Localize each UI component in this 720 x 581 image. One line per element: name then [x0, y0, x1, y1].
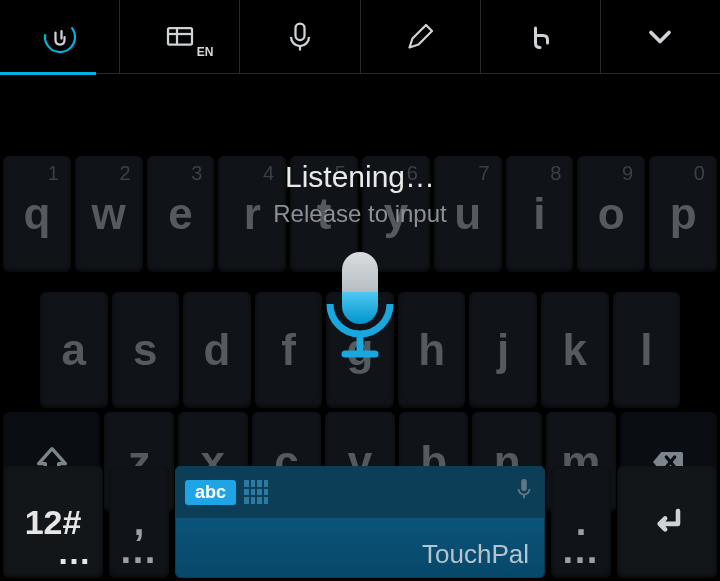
svg-point-0 — [42, 19, 78, 55]
toolbar-mic-button[interactable] — [239, 0, 359, 73]
key-o[interactable]: o9 — [577, 156, 645, 272]
mic-icon — [513, 476, 535, 508]
toolbar-collapse-button[interactable] — [600, 0, 720, 73]
abc-chip: abc — [185, 480, 236, 505]
key-main-label: g — [347, 325, 374, 375]
key-q[interactable]: q1 — [3, 156, 71, 272]
key-hint-label: 6 — [407, 162, 418, 185]
key-s[interactable]: s — [112, 292, 180, 408]
symbols-key[interactable]: 12# … — [3, 466, 103, 578]
key-hint-label: 2 — [119, 162, 130, 185]
key-hint-label: 4 — [263, 162, 274, 185]
toolbar-twitter-button[interactable] — [480, 0, 600, 73]
key-row-1: q1w2e3r4t5y6u7i8o9p0 — [0, 156, 720, 272]
key-l[interactable]: l — [613, 292, 681, 408]
key-main-label: y — [384, 189, 408, 239]
key-e[interactable]: e3 — [147, 156, 215, 272]
toolbar: EN — [0, 0, 720, 74]
key-i[interactable]: i8 — [506, 156, 574, 272]
key-j[interactable]: j — [469, 292, 537, 408]
key-hint-label: 7 — [478, 162, 489, 185]
key-main-label: s — [133, 325, 157, 375]
svg-rect-1 — [168, 28, 192, 45]
toolbar-active-indicator — [0, 72, 96, 75]
hand-icon — [42, 19, 78, 55]
key-h[interactable]: h — [398, 292, 466, 408]
toolbar-layout-button[interactable]: EN — [119, 0, 239, 73]
key-hint-label: 0 — [694, 162, 705, 185]
key-main-label: k — [562, 325, 586, 375]
more-dots-icon: … — [561, 529, 601, 572]
enter-icon — [645, 500, 689, 544]
period-key[interactable]: . … — [551, 466, 611, 578]
space-top: abc — [175, 466, 545, 518]
bottom-row: 12# … , … abc TouchPal . … — [0, 463, 720, 581]
key-main-label: p — [670, 189, 697, 239]
toolbar-edit-button[interactable] — [360, 0, 480, 73]
key-hint-label: 8 — [550, 162, 561, 185]
twitter-icon — [522, 19, 558, 55]
key-main-label: l — [640, 325, 652, 375]
lang-badge: EN — [197, 45, 214, 59]
key-u[interactable]: u7 — [434, 156, 502, 272]
layout-icon — [162, 19, 198, 55]
pencil-icon — [402, 19, 438, 55]
mic-icon — [282, 19, 318, 55]
comma-key[interactable]: , … — [109, 466, 169, 578]
svg-rect-4 — [295, 23, 304, 40]
key-main-label: t — [317, 189, 332, 239]
key-main-label: a — [62, 325, 86, 375]
svg-rect-6 — [521, 479, 527, 491]
key-hint-label: 1 — [48, 162, 59, 185]
key-hint-label: 9 — [622, 162, 633, 185]
chevron-down-icon — [642, 19, 678, 55]
key-main-label: d — [203, 325, 230, 375]
key-k[interactable]: k — [541, 292, 609, 408]
space-brand-label: TouchPal — [422, 539, 529, 570]
grid-icon — [244, 480, 268, 504]
key-hint-label: 5 — [335, 162, 346, 185]
key-d[interactable]: d — [183, 292, 251, 408]
key-f[interactable]: f — [255, 292, 323, 408]
key-w[interactable]: w2 — [75, 156, 143, 272]
key-main-label: q — [23, 189, 50, 239]
key-r[interactable]: r4 — [218, 156, 286, 272]
key-main-label: u — [454, 189, 481, 239]
key-main-label: f — [281, 325, 296, 375]
space-key[interactable]: abc TouchPal — [175, 466, 545, 578]
key-a[interactable]: a — [40, 292, 108, 408]
key-y[interactable]: y6 — [362, 156, 430, 272]
key-main-label: h — [418, 325, 445, 375]
more-dots-icon: … — [119, 529, 159, 572]
key-p[interactable]: p0 — [649, 156, 717, 272]
key-main-label: i — [533, 189, 545, 239]
key-row-2: asdfghjkl — [0, 292, 720, 408]
key-main-label: o — [598, 189, 625, 239]
key-t[interactable]: t5 — [290, 156, 358, 272]
key-main-label: e — [168, 189, 192, 239]
enter-key[interactable] — [617, 466, 717, 578]
toolbar-hand-button[interactable] — [0, 0, 119, 73]
key-g[interactable]: g — [326, 292, 394, 408]
key-main-label: r — [244, 189, 261, 239]
key-main-label: w — [92, 189, 126, 239]
key-main-label: j — [497, 325, 509, 375]
more-dots-icon: … — [57, 533, 93, 572]
key-hint-label: 3 — [191, 162, 202, 185]
